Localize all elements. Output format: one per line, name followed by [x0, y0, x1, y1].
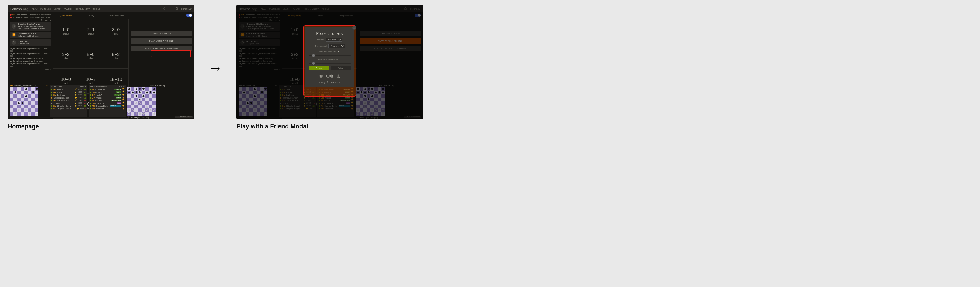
- search-icon[interactable]: [163, 7, 166, 10]
- list-item[interactable]: GMArnelosYearly🏆: [89, 96, 126, 99]
- color-black[interactable]: ♚: [318, 73, 324, 79]
- minutes-label: Minutes per side:: [319, 50, 336, 53]
- streamer-row-1[interactable]: CLSmith15Friday night game night - liche…: [10, 16, 51, 18]
- increment-slider[interactable]: [309, 63, 351, 64]
- time-control-cell[interactable]: 5+3Blitz: [103, 44, 129, 69]
- play-computer-button[interactable]: PLAY WITH THE COMPUTER: [131, 46, 192, 51]
- friends-online-tab[interactable]: 6 friends online: [175, 115, 192, 118]
- live-dot-icon: [10, 17, 11, 18]
- event-row-2[interactable]: ⏱Bullet Swiss2 players • join: [10, 39, 51, 46]
- list-item[interactable]: FMjimakosYearly🏆: [89, 91, 126, 94]
- list-item[interactable]: NMblitzbullet🏆: [89, 107, 126, 110]
- brand-main: lichess: [10, 7, 22, 11]
- timeline-more[interactable]: More »: [10, 69, 51, 70]
- tab-correspondence[interactable]: Correspondence: [103, 14, 129, 18]
- brand[interactable]: lichess.org: [10, 7, 28, 11]
- more-link[interactable]: More »: [80, 85, 86, 87]
- list-item[interactable]: catask⚡ 2922↓13: [50, 102, 87, 105]
- brand-suffix: .org: [22, 7, 29, 11]
- tv-board[interactable]: GM Tilicheev_Viacheslav 2764 0:33 ♜♚♟♛♟♞…: [10, 85, 48, 118]
- play-friend-button[interactable]: PLAY WITH A FRIEND: [131, 38, 192, 44]
- event-row-0[interactable]: 🛡Classical Shield ArenaBattle for the Cl…: [10, 22, 51, 31]
- timecontrol-label: Time control: [315, 45, 327, 47]
- homepage-window: lichess.org PLAY PUZZLES LEARN WATCH COM…: [8, 5, 194, 118]
- chessboard-puzzle: ♜♝♛♚♜♟♟♟♞♟♟♟♞♟♟♙♙♘♘♙♙♗♙♙♙♖♗♕♔♖: [127, 87, 156, 115]
- list-item[interactable]: GMZhigalko_Sergei⚡ 2708↑32: [50, 105, 87, 107]
- variant-label: Variant: [317, 38, 324, 41]
- timecontrol-select[interactable]: Real time: [328, 44, 345, 48]
- leaderboard-panel: LeaderboardMore » GMArka50⚡ 3073↑18GMjep…: [50, 85, 87, 118]
- chessboard-tv: ♜♚♟♛♟♞♞♙♗♖♔♕♖: [10, 87, 38, 115]
- pool-toggle[interactable]: [186, 14, 192, 17]
- nav-community[interactable]: COMMUNITY: [75, 8, 90, 10]
- nav-play[interactable]: PLAY: [32, 8, 37, 10]
- winners-panel: Tournament winnersMore » IMopperwezenYea…: [89, 85, 126, 118]
- timeline-item[interactable]: sai_tama hosts not bughouse simul 2 days…: [10, 52, 51, 57]
- list-item[interactable]: GMHovik7Yearly S🏆: [89, 94, 126, 96]
- variant-select[interactable]: Standard: [326, 38, 342, 42]
- bottom-strip: GM Tilicheev_Viacheslav 2764 0:33 ♜♚♟♛♟♞…: [10, 85, 192, 118]
- time-control-cell[interactable]: 2+1Bullet: [78, 19, 103, 44]
- time-control-cell[interactable]: 3+2Blitz: [54, 44, 78, 69]
- list-item[interactable]: GMDrvitman⚡ 2950↑25: [50, 94, 87, 96]
- time-control-cell[interactable]: 3+0Blitz: [103, 19, 129, 44]
- list-item[interactable]: Winnie1the1Pooh⚡ 2631↑21: [50, 96, 87, 99]
- shield-icon: 🛡: [11, 24, 16, 29]
- nav-learn[interactable]: LEARN: [54, 8, 62, 10]
- list-item[interactable]: IMopperwezenYearly H🏆: [89, 88, 126, 91]
- increment-label: Increment in seconds:: [318, 58, 339, 61]
- rated-button[interactable]: Rated: [331, 66, 351, 70]
- color-random[interactable]: ♔♚: [327, 73, 333, 79]
- puzzle-label: Puzzle of the day: [150, 85, 165, 86]
- list-item[interactable]: IMFuno09Yearly Rapid🏆: [89, 99, 126, 102]
- timeline-item[interactable]: sai_tama joins eamejia simul 2 days ago: [10, 57, 51, 60]
- nav-puzzles[interactable]: PUZZLES: [40, 8, 51, 10]
- list-item[interactable]: GMZhigalko_Sergei⚡ 2587↓: [50, 107, 87, 110]
- nav-links: PLAY PUZZLES LEARN WATCH COMMUNITY TOOLS: [32, 8, 100, 10]
- panel-title: Leaderboard: [51, 85, 62, 87]
- timeline: sai_tama hosts not bughouse simul 2 days…: [10, 47, 51, 67]
- color-white[interactable]: ♔: [336, 73, 342, 79]
- list-item[interactable]: LMPeshkaChElite🏆: [89, 102, 126, 105]
- timeline-item[interactable]: sai_tama hosts not bughouse simul 2 days…: [10, 62, 51, 67]
- tab-lobby[interactable]: Lobby: [78, 14, 104, 18]
- minutes-slider[interactable]: [309, 55, 351, 56]
- puzzle-board[interactable]: Puzzle of the day ♜♝♛♚♜♟♟♟♞♟♟♟♞♟♟♙♙♘♘♙♙♗…: [127, 85, 166, 118]
- topbar: lichess.org PLAY PUZZLES LEARN WATCH COM…: [8, 5, 194, 12]
- time-control-cell[interactable]: 5+0Blitz: [78, 44, 103, 69]
- challenge-icon[interactable]: [169, 7, 172, 10]
- time-control-cell[interactable]: 1+0Bullet: [54, 19, 78, 44]
- flow-arrow-icon: →: [208, 61, 223, 75]
- nav-watch[interactable]: WATCH: [64, 8, 72, 10]
- list-item[interactable]: GMjepetto⚡ 3034↑42: [50, 91, 87, 94]
- more-link[interactable]: More »: [119, 85, 124, 87]
- pairing-tabs: Quick pairing Lobby Correspondence: [53, 14, 129, 18]
- nav-tools[interactable]: TOOLS: [93, 8, 101, 10]
- streamer-row-0[interactable]: FMFedaMasterTwitch Viewers Arena with FM…: [10, 14, 51, 16]
- timeline-item[interactable]: sai_tama hosts not bughouse simul 2 days…: [10, 47, 51, 52]
- bell-icon[interactable]: [175, 7, 178, 10]
- create-game-button[interactable]: CREATE A GAME: [131, 31, 192, 37]
- minutes-value: 10: [338, 50, 340, 53]
- svg-point-0: [164, 8, 165, 10]
- username[interactable]: serene99: [181, 7, 191, 10]
- color-picker: ♚ ♔♚ ♔: [318, 73, 342, 79]
- rapid-icon: ⏩: [11, 33, 16, 37]
- timeline-item[interactable]: sai_tama joins bmxu simul 2 days ago: [10, 60, 51, 62]
- list-item[interactable]: FMOhanyanEminC...2021 Summer🏆: [89, 105, 126, 107]
- casual-button[interactable]: Casual: [309, 66, 329, 70]
- leaderboard-rows: GMArka50⚡ 3073↑18GMjepetto⚡ 3034↑42GMDrv…: [50, 88, 87, 110]
- caption-a: Homepage: [8, 123, 194, 130]
- list-item[interactable]: GMArka50⚡ 3073↑18: [50, 88, 87, 91]
- tab-quick-pairing[interactable]: Quick pairing: [53, 14, 78, 18]
- increment-value: 0: [341, 58, 342, 61]
- bullet-icon: ⏱: [11, 40, 16, 45]
- rating-line: Rating: ⏱ 1643 Rapid: [319, 81, 341, 84]
- winners-rows: IMopperwezenYearly H🏆FMjimakosYearly🏆GMH…: [89, 88, 126, 110]
- modal-title: Play with a friend: [317, 31, 344, 35]
- caption-b: Play with a Friend Modal: [237, 123, 423, 130]
- event-row-1[interactable]: ⏩≤1700 Rapid Arena6 players • in 22 minu…: [10, 32, 51, 38]
- streamers-link[interactable]: Streamers »: [10, 19, 51, 21]
- close-icon[interactable]: ✕: [352, 26, 356, 30]
- list-item[interactable]: GMC9C9C9C9C9⚡ 2641↓18: [50, 99, 87, 102]
